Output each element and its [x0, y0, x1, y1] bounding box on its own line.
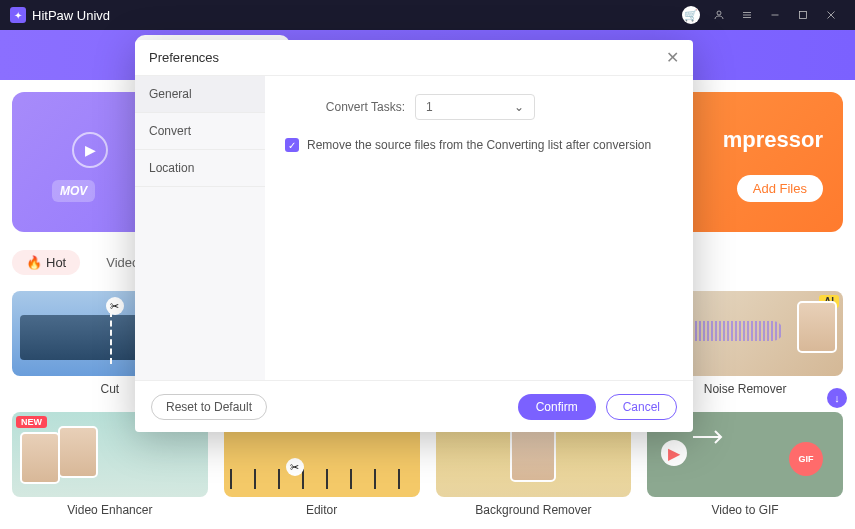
titlebar: ✦ HitPaw Univd 🛒 [0, 0, 855, 30]
sidebar-item-general[interactable]: General [135, 76, 265, 113]
play-icon: ▶ [72, 132, 108, 168]
scissors-icon: ✂ [286, 458, 304, 476]
format-chip: MOV [52, 180, 95, 202]
fire-icon: 🔥 [26, 255, 42, 270]
avatar-icon [797, 301, 837, 353]
avatar-icon [20, 432, 60, 484]
modal-close-button[interactable]: ✕ [666, 48, 679, 67]
convert-tasks-label: Convert Tasks: [285, 100, 405, 114]
account-button[interactable] [705, 4, 733, 26]
modal-main: Convert Tasks: 1 ⌄ ✓ Remove the source f… [265, 76, 693, 380]
chevron-down-icon: ⌄ [514, 100, 524, 114]
minimize-icon [769, 9, 781, 21]
preferences-modal: Preferences ✕ General Convert Location C… [135, 40, 693, 432]
filter-hot[interactable]: 🔥Hot [12, 250, 80, 275]
arrow-icon [691, 426, 727, 448]
filter-hot-label: Hot [46, 255, 66, 270]
modal-header: Preferences ✕ [135, 40, 693, 76]
tool-enhancer-title: Video Enhancer [12, 503, 208, 517]
modal-sidebar: General Convert Location [135, 76, 265, 380]
menu-icon [741, 9, 753, 21]
remove-source-label: Remove the source files from the Convert… [307, 138, 651, 152]
confirm-button[interactable]: Confirm [518, 394, 596, 420]
tool-gif-title: Video to GIF [647, 503, 843, 517]
remove-source-row[interactable]: ✓ Remove the source files from the Conve… [285, 138, 673, 152]
download-icon[interactable]: ↓ [827, 388, 847, 408]
scissors-icon: ✂ [106, 297, 124, 315]
add-files-button[interactable]: Add Files [737, 175, 823, 202]
app-title: HitPaw Univd [32, 8, 677, 23]
app-logo: ✦ [10, 7, 26, 23]
tool-editor-title: Editor [224, 503, 420, 517]
minimize-button[interactable] [761, 4, 789, 26]
modal-body: General Convert Location Convert Tasks: … [135, 76, 693, 380]
svg-point-0 [717, 11, 721, 15]
cancel-button[interactable]: Cancel [606, 394, 677, 420]
convert-tasks-row: Convert Tasks: 1 ⌄ [285, 94, 673, 120]
modal-footer: Reset to Default Confirm Cancel [135, 380, 693, 432]
avatar-icon [58, 426, 98, 478]
shop-button[interactable]: 🛒 [677, 4, 705, 26]
close-icon [825, 9, 837, 21]
tool-bg-title: Background Remover [436, 503, 632, 517]
convert-tasks-value: 1 [426, 100, 433, 114]
reset-button[interactable]: Reset to Default [151, 394, 267, 420]
play-icon: ▶ [661, 440, 687, 466]
filmstrip-icon [230, 469, 414, 489]
maximize-button[interactable] [789, 4, 817, 26]
menu-button[interactable] [733, 4, 761, 26]
close-button[interactable] [817, 4, 845, 26]
compressor-title: mpressor [723, 127, 823, 153]
sidebar-item-convert[interactable]: Convert [135, 113, 265, 150]
svg-rect-5 [800, 12, 807, 19]
sidebar-item-location[interactable]: Location [135, 150, 265, 187]
maximize-icon [797, 9, 809, 21]
checkbox-checked-icon[interactable]: ✓ [285, 138, 299, 152]
modal-title: Preferences [149, 50, 219, 65]
convert-tasks-select[interactable]: 1 ⌄ [415, 94, 535, 120]
user-icon [713, 9, 725, 21]
gif-badge: GIF [789, 442, 823, 476]
cart-icon: 🛒 [682, 6, 700, 24]
new-badge: NEW [16, 416, 47, 428]
